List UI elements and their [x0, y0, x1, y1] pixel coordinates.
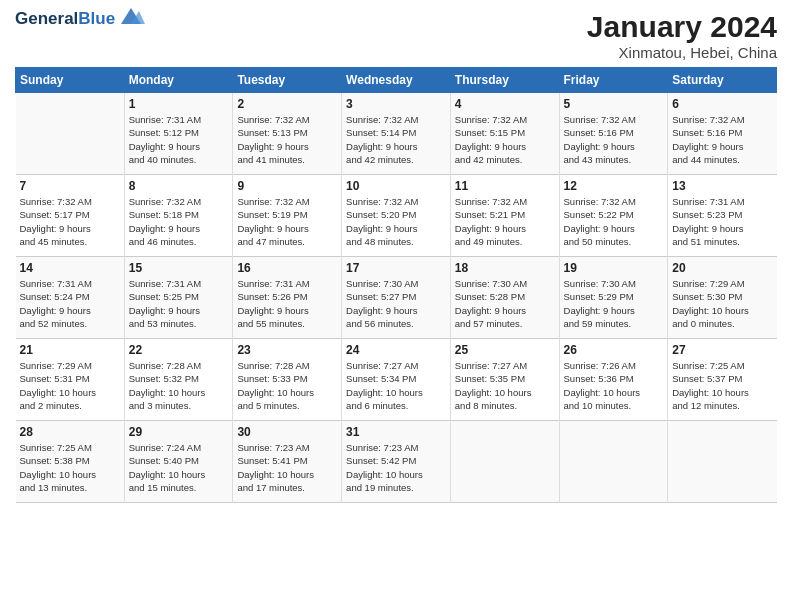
day-info: Sunrise: 7:32 AM Sunset: 5:20 PM Dayligh…	[346, 195, 446, 248]
day-number: 22	[129, 343, 229, 357]
calendar-cell: 8Sunrise: 7:32 AM Sunset: 5:18 PM Daylig…	[124, 175, 233, 257]
calendar-cell: 9Sunrise: 7:32 AM Sunset: 5:19 PM Daylig…	[233, 175, 342, 257]
day-info: Sunrise: 7:31 AM Sunset: 5:25 PM Dayligh…	[129, 277, 229, 330]
calendar-cell: 1Sunrise: 7:31 AM Sunset: 5:12 PM Daylig…	[124, 93, 233, 175]
day-number: 24	[346, 343, 446, 357]
day-number: 9	[237, 179, 337, 193]
calendar-header: SundayMondayTuesdayWednesdayThursdayFrid…	[16, 68, 777, 93]
day-info: Sunrise: 7:29 AM Sunset: 5:31 PM Dayligh…	[20, 359, 120, 412]
day-number: 2	[237, 97, 337, 111]
calendar-cell: 18Sunrise: 7:30 AM Sunset: 5:28 PM Dayli…	[450, 257, 559, 339]
header: GeneralBlue January 2024 Xinmatou, Hebei…	[15, 10, 777, 61]
calendar-cell	[450, 421, 559, 503]
calendar-cell: 10Sunrise: 7:32 AM Sunset: 5:20 PM Dayli…	[342, 175, 451, 257]
calendar-cell: 7Sunrise: 7:32 AM Sunset: 5:17 PM Daylig…	[16, 175, 125, 257]
day-info: Sunrise: 7:28 AM Sunset: 5:33 PM Dayligh…	[237, 359, 337, 412]
calendar-cell: 24Sunrise: 7:27 AM Sunset: 5:34 PM Dayli…	[342, 339, 451, 421]
calendar-cell: 2Sunrise: 7:32 AM Sunset: 5:13 PM Daylig…	[233, 93, 342, 175]
calendar-cell: 5Sunrise: 7:32 AM Sunset: 5:16 PM Daylig…	[559, 93, 668, 175]
day-info: Sunrise: 7:25 AM Sunset: 5:38 PM Dayligh…	[20, 441, 120, 494]
day-number: 5	[564, 97, 664, 111]
week-row-2: 7Sunrise: 7:32 AM Sunset: 5:17 PM Daylig…	[16, 175, 777, 257]
calendar-cell: 11Sunrise: 7:32 AM Sunset: 5:21 PM Dayli…	[450, 175, 559, 257]
column-header-sunday: Sunday	[16, 68, 125, 93]
column-header-monday: Monday	[124, 68, 233, 93]
day-info: Sunrise: 7:32 AM Sunset: 5:16 PM Dayligh…	[672, 113, 772, 166]
calendar-cell: 16Sunrise: 7:31 AM Sunset: 5:26 PM Dayli…	[233, 257, 342, 339]
calendar-cell: 23Sunrise: 7:28 AM Sunset: 5:33 PM Dayli…	[233, 339, 342, 421]
calendar-table: SundayMondayTuesdayWednesdayThursdayFrid…	[15, 67, 777, 503]
day-info: Sunrise: 7:29 AM Sunset: 5:30 PM Dayligh…	[672, 277, 772, 330]
day-info: Sunrise: 7:30 AM Sunset: 5:29 PM Dayligh…	[564, 277, 664, 330]
calendar-cell: 27Sunrise: 7:25 AM Sunset: 5:37 PM Dayli…	[668, 339, 777, 421]
day-number: 18	[455, 261, 555, 275]
day-info: Sunrise: 7:30 AM Sunset: 5:27 PM Dayligh…	[346, 277, 446, 330]
logo-blue: Blue	[78, 9, 115, 28]
calendar-cell: 19Sunrise: 7:30 AM Sunset: 5:29 PM Dayli…	[559, 257, 668, 339]
subtitle: Xinmatou, Hebei, China	[587, 44, 777, 61]
column-header-thursday: Thursday	[450, 68, 559, 93]
day-number: 6	[672, 97, 772, 111]
calendar-cell: 3Sunrise: 7:32 AM Sunset: 5:14 PM Daylig…	[342, 93, 451, 175]
day-number: 8	[129, 179, 229, 193]
day-info: Sunrise: 7:28 AM Sunset: 5:32 PM Dayligh…	[129, 359, 229, 412]
day-info: Sunrise: 7:32 AM Sunset: 5:16 PM Dayligh…	[564, 113, 664, 166]
day-number: 27	[672, 343, 772, 357]
week-row-5: 28Sunrise: 7:25 AM Sunset: 5:38 PM Dayli…	[16, 421, 777, 503]
calendar-cell	[559, 421, 668, 503]
week-row-3: 14Sunrise: 7:31 AM Sunset: 5:24 PM Dayli…	[16, 257, 777, 339]
day-number: 10	[346, 179, 446, 193]
calendar-cell	[16, 93, 125, 175]
logo: GeneralBlue	[15, 10, 145, 29]
day-info: Sunrise: 7:31 AM Sunset: 5:24 PM Dayligh…	[20, 277, 120, 330]
calendar-cell: 28Sunrise: 7:25 AM Sunset: 5:38 PM Dayli…	[16, 421, 125, 503]
title-block: January 2024 Xinmatou, Hebei, China	[587, 10, 777, 61]
day-number: 25	[455, 343, 555, 357]
day-info: Sunrise: 7:31 AM Sunset: 5:12 PM Dayligh…	[129, 113, 229, 166]
day-number: 14	[20, 261, 120, 275]
day-number: 15	[129, 261, 229, 275]
calendar-cell: 12Sunrise: 7:32 AM Sunset: 5:22 PM Dayli…	[559, 175, 668, 257]
calendar-cell: 6Sunrise: 7:32 AM Sunset: 5:16 PM Daylig…	[668, 93, 777, 175]
day-info: Sunrise: 7:30 AM Sunset: 5:28 PM Dayligh…	[455, 277, 555, 330]
day-number: 31	[346, 425, 446, 439]
column-header-saturday: Saturday	[668, 68, 777, 93]
day-info: Sunrise: 7:32 AM Sunset: 5:22 PM Dayligh…	[564, 195, 664, 248]
day-number: 29	[129, 425, 229, 439]
day-number: 13	[672, 179, 772, 193]
day-info: Sunrise: 7:32 AM Sunset: 5:15 PM Dayligh…	[455, 113, 555, 166]
calendar-cell: 4Sunrise: 7:32 AM Sunset: 5:15 PM Daylig…	[450, 93, 559, 175]
day-number: 21	[20, 343, 120, 357]
day-number: 1	[129, 97, 229, 111]
week-row-4: 21Sunrise: 7:29 AM Sunset: 5:31 PM Dayli…	[16, 339, 777, 421]
day-info: Sunrise: 7:32 AM Sunset: 5:18 PM Dayligh…	[129, 195, 229, 248]
calendar-cell: 31Sunrise: 7:23 AM Sunset: 5:42 PM Dayli…	[342, 421, 451, 503]
calendar-cell: 20Sunrise: 7:29 AM Sunset: 5:30 PM Dayli…	[668, 257, 777, 339]
day-number: 11	[455, 179, 555, 193]
day-info: Sunrise: 7:25 AM Sunset: 5:37 PM Dayligh…	[672, 359, 772, 412]
column-header-wednesday: Wednesday	[342, 68, 451, 93]
day-info: Sunrise: 7:27 AM Sunset: 5:35 PM Dayligh…	[455, 359, 555, 412]
day-number: 23	[237, 343, 337, 357]
calendar-cell: 13Sunrise: 7:31 AM Sunset: 5:23 PM Dayli…	[668, 175, 777, 257]
day-number: 12	[564, 179, 664, 193]
calendar-cell: 26Sunrise: 7:26 AM Sunset: 5:36 PM Dayli…	[559, 339, 668, 421]
calendar-cell: 29Sunrise: 7:24 AM Sunset: 5:40 PM Dayli…	[124, 421, 233, 503]
day-number: 20	[672, 261, 772, 275]
day-info: Sunrise: 7:24 AM Sunset: 5:40 PM Dayligh…	[129, 441, 229, 494]
day-number: 17	[346, 261, 446, 275]
day-info: Sunrise: 7:32 AM Sunset: 5:13 PM Dayligh…	[237, 113, 337, 166]
day-number: 7	[20, 179, 120, 193]
week-row-1: 1Sunrise: 7:31 AM Sunset: 5:12 PM Daylig…	[16, 93, 777, 175]
day-number: 28	[20, 425, 120, 439]
calendar-cell: 22Sunrise: 7:28 AM Sunset: 5:32 PM Dayli…	[124, 339, 233, 421]
day-info: Sunrise: 7:32 AM Sunset: 5:17 PM Dayligh…	[20, 195, 120, 248]
day-info: Sunrise: 7:31 AM Sunset: 5:26 PM Dayligh…	[237, 277, 337, 330]
logo-general: General	[15, 9, 78, 28]
day-info: Sunrise: 7:32 AM Sunset: 5:14 PM Dayligh…	[346, 113, 446, 166]
day-number: 4	[455, 97, 555, 111]
calendar-cell: 21Sunrise: 7:29 AM Sunset: 5:31 PM Dayli…	[16, 339, 125, 421]
calendar-cell: 15Sunrise: 7:31 AM Sunset: 5:25 PM Dayli…	[124, 257, 233, 339]
page-container: GeneralBlue January 2024 Xinmatou, Hebei…	[0, 0, 792, 513]
column-header-friday: Friday	[559, 68, 668, 93]
